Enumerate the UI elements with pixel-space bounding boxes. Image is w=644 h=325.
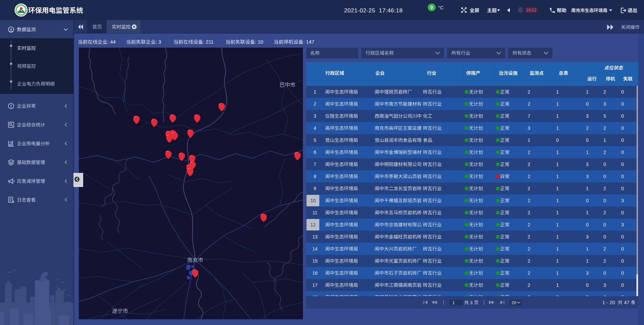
svg-text:15: 15: [312, 258, 318, 264]
svg-text:6: 6: [314, 150, 316, 155]
svg-text:8: 8: [314, 174, 316, 179]
svg-text:2: 2: [603, 150, 606, 155]
svg-text:1: 1: [586, 89, 589, 95]
svg-text:1 - 20: 1 - 20: [602, 300, 618, 305]
svg-text:2: 2: [603, 186, 606, 191]
svg-text:10: 10: [310, 198, 316, 203]
svg-text:1: 1: [556, 125, 559, 131]
svg-text:2: 2: [528, 270, 530, 276]
svg-text:2: 2: [528, 246, 530, 252]
svg-text:3: 3: [621, 222, 624, 227]
svg-text:0: 0: [603, 174, 606, 179]
svg-text:3: 3: [469, 300, 474, 305]
svg-text:0: 0: [430, 5, 433, 10]
svg-text:16: 16: [312, 270, 318, 276]
svg-text:: 10: : 10: [255, 39, 263, 45]
svg-text:5: 5: [314, 138, 316, 143]
svg-text:0: 0: [621, 282, 624, 288]
svg-text:2: 2: [603, 125, 606, 131]
svg-text:0: 0: [603, 162, 606, 167]
svg-text:2: 2: [603, 210, 606, 215]
svg-text:2: 2: [528, 234, 530, 239]
svg-text:°C: °C: [438, 5, 444, 10]
svg-text:11: 11: [313, 210, 318, 215]
svg-text:3: 3: [621, 198, 624, 203]
svg-text:2: 2: [528, 174, 530, 179]
svg-text:3: 3: [603, 282, 606, 288]
svg-text:14: 14: [312, 246, 318, 252]
svg-text:1: 1: [556, 101, 559, 107]
svg-text:1: 1: [556, 210, 559, 215]
svg-text:1: 1: [556, 150, 559, 155]
svg-text:1: 1: [528, 138, 530, 143]
svg-text:0: 0: [621, 234, 624, 239]
svg-text:1: 1: [556, 222, 559, 227]
svg-text:0: 0: [586, 282, 589, 288]
svg-text:2: 2: [528, 162, 530, 167]
svg-text:0: 0: [586, 222, 589, 227]
svg-text:1: 1: [452, 300, 454, 305]
svg-text:1: 1: [556, 234, 559, 239]
svg-text:: 44: : 44: [107, 39, 116, 45]
svg-text:1: 1: [586, 246, 589, 252]
svg-text:2: 2: [528, 258, 530, 264]
svg-text:2: 2: [528, 101, 530, 107]
svg-text:0: 0: [586, 101, 589, 107]
svg-text:1: 1: [586, 150, 589, 155]
svg-text:1: 1: [556, 162, 559, 167]
svg-text:2: 2: [603, 258, 606, 264]
svg-text:2: 2: [603, 89, 606, 95]
svg-text:0: 0: [621, 89, 624, 95]
svg-text:1: 1: [556, 258, 559, 264]
svg-text:0: 0: [603, 198, 606, 203]
svg-text:0: 0: [586, 198, 589, 203]
svg-text:: 211: : 211: [203, 39, 214, 45]
svg-text:3: 3: [314, 113, 316, 119]
svg-text:0: 0: [621, 174, 624, 179]
svg-text:0: 0: [586, 138, 589, 143]
svg-text:0: 0: [621, 186, 624, 191]
svg-text:3: 3: [586, 162, 589, 167]
svg-text:1: 1: [556, 113, 559, 119]
svg-text:17: 17: [312, 282, 318, 288]
svg-text:0: 0: [556, 138, 559, 143]
svg-text:1: 1: [556, 89, 559, 95]
svg-text:2: 2: [528, 186, 530, 191]
svg-text:47: 47: [623, 300, 631, 305]
svg-text:3: 3: [586, 270, 589, 276]
svg-text:0: 0: [621, 246, 624, 252]
svg-text:2: 2: [528, 198, 530, 203]
svg-text:3: 3: [603, 101, 606, 107]
svg-text:1: 1: [556, 270, 559, 276]
svg-text:1: 1: [314, 89, 316, 95]
svg-text:12: 12: [310, 222, 316, 227]
svg-text:1: 1: [556, 174, 559, 179]
svg-text:2: 2: [528, 210, 530, 215]
svg-text:1: 1: [586, 258, 589, 264]
svg-text:0: 0: [603, 270, 606, 276]
svg-text:1: 1: [556, 282, 559, 288]
svg-text:1: 1: [586, 186, 589, 191]
svg-text:2: 2: [528, 89, 530, 95]
svg-text:2632: 2632: [526, 7, 536, 13]
svg-text:0: 0: [621, 210, 624, 215]
svg-text:2: 2: [603, 246, 606, 252]
svg-text:0: 0: [621, 150, 624, 155]
svg-text:2: 2: [528, 222, 530, 227]
svg-text:0: 0: [603, 234, 606, 239]
svg-text:0: 0: [621, 270, 624, 276]
svg-text:0: 0: [621, 125, 624, 131]
svg-text:2021-02-25 17:46:18: 2021-02-25 17:46:18: [344, 7, 403, 14]
svg-text:0: 0: [621, 162, 624, 167]
svg-text:13: 13: [312, 234, 318, 239]
svg-text:0: 0: [621, 101, 624, 107]
svg-text:1: 1: [603, 138, 606, 143]
svg-text:4: 4: [314, 125, 316, 131]
svg-text:2: 2: [586, 125, 589, 131]
svg-text:1: 1: [556, 186, 559, 191]
svg-text:0: 0: [603, 222, 606, 227]
svg-text:2: 2: [314, 101, 316, 107]
svg-text:0: 0: [621, 138, 624, 143]
svg-text:7: 7: [314, 162, 316, 167]
svg-text:3: 3: [528, 125, 530, 131]
